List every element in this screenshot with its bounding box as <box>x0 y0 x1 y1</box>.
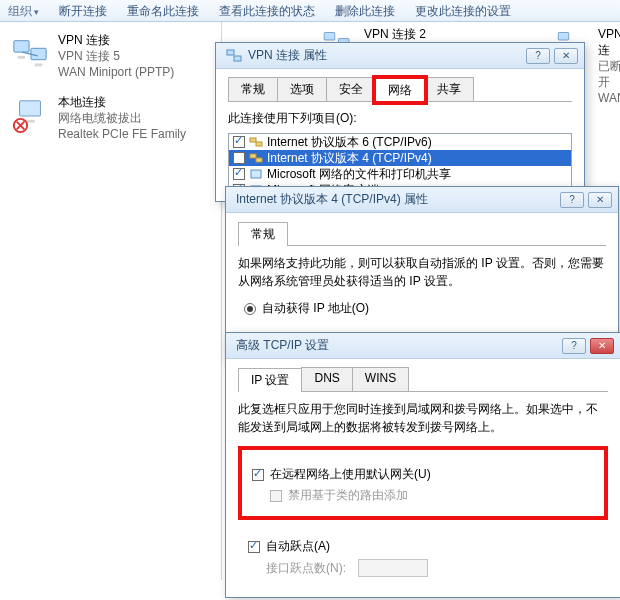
checkbox-icon[interactable] <box>248 541 260 553</box>
list-item[interactable]: Internet 协议版本 6 (TCP/IPv6) <box>229 134 571 150</box>
toolbar-item[interactable]: 重命名此连接 <box>127 3 199 18</box>
svg-rect-1 <box>18 56 26 59</box>
toolbar-item[interactable]: 查看此连接的状态 <box>219 3 315 18</box>
checkbox-icon[interactable] <box>252 469 264 481</box>
checkbox-disable-class-route: 禁用基于类的路由添加 <box>270 487 594 504</box>
svg-rect-2 <box>31 48 46 59</box>
checkbox-icon <box>270 490 282 502</box>
help-button[interactable]: ? <box>562 338 586 354</box>
connection-sub: Realtek PCIe FE Family <box>58 126 211 142</box>
tab-general[interactable]: 常规 <box>228 77 278 101</box>
protocol-icon <box>249 136 263 148</box>
vpn-icon <box>226 48 242 64</box>
toolbar-item[interactable]: 删除此连接 <box>335 3 395 18</box>
tab-general[interactable]: 常规 <box>238 222 288 246</box>
protocol-icon <box>249 168 263 180</box>
svg-rect-3 <box>35 64 43 67</box>
connection-sub: VPN 连接 5 <box>58 48 211 64</box>
svg-rect-13 <box>256 142 262 146</box>
list-item[interactable]: Microsoft 网络的文件和打印机共享 <box>229 166 571 182</box>
toolbar-item[interactable]: 组织▾ <box>8 3 39 18</box>
connections-panel: VPN 连接 VPN 连接 5 WAN Miniport (PPTP) 本地连接… <box>0 22 222 580</box>
dialog-title: VPN 连接 属性 <box>248 47 526 64</box>
connection-sub: WAN Miniport (PPTP) <box>58 64 211 80</box>
help-button[interactable]: ? <box>560 192 584 208</box>
tab-security[interactable]: 安全 <box>326 77 376 101</box>
connection-sub: 网络电缆被拔出 <box>58 110 211 126</box>
connection-title: VPN 连接 <box>58 32 211 48</box>
tabs: 常规 <box>238 221 606 246</box>
section-label: 此连接使用下列项目(O): <box>228 110 572 127</box>
dialog-titlebar[interactable]: VPN 连接 属性 ? ✕ <box>216 43 584 69</box>
chevron-down-icon: ▾ <box>34 7 39 17</box>
tab-wins[interactable]: WINS <box>352 367 409 391</box>
dialog-vpn-properties: VPN 连接 属性 ? ✕ 常规 选项 安全 网络 共享 此连接使用下列项目(O… <box>215 42 585 202</box>
checkbox-auto-metric[interactable]: 自动跃点(A) <box>248 538 598 555</box>
toolbar-item[interactable]: 更改此连接的设置 <box>415 3 511 18</box>
tab-ip-settings[interactable]: IP 设置 <box>238 368 302 392</box>
connection-text: VPN 连接 VPN 连接 5 WAN Miniport (PPTP) <box>58 32 211 80</box>
svg-rect-15 <box>256 158 262 162</box>
tabs: IP 设置 DNS WINS <box>238 367 608 392</box>
svg-rect-9 <box>558 33 569 41</box>
dialog-titlebar[interactable]: 高级 TCP/IP 设置 ? ✕ <box>226 333 620 359</box>
dialog-title: Internet 协议版本 4 (TCP/IPv4) 属性 <box>236 191 560 208</box>
toolbar-item[interactable]: 断开连接 <box>59 3 107 18</box>
close-button[interactable]: ✕ <box>590 338 614 354</box>
help-button[interactable]: ? <box>526 48 550 64</box>
tabs: 常规 选项 安全 网络 共享 <box>228 77 572 102</box>
group-metric: 自动跃点(A) 接口跃点数(N): <box>238 530 608 589</box>
svg-rect-4 <box>20 101 41 116</box>
vpn-icon <box>10 32 50 76</box>
connection-title: 本地连接 <box>58 94 211 110</box>
metric-label: 接口跃点数(N): <box>266 560 346 577</box>
checkbox-use-default-gateway[interactable]: 在远程网络上使用默认网关(U) <box>252 466 594 483</box>
svg-rect-16 <box>251 170 261 178</box>
svg-rect-14 <box>250 154 256 158</box>
dialog-body: 常规 如果网络支持此功能，则可以获取自动指派的 IP 设置。否则，您需要从网络系… <box>226 213 618 335</box>
radio-icon[interactable] <box>244 303 256 315</box>
group-default-gateway: 在远程网络上使用默认网关(U) 禁用基于类的路由添加 <box>238 446 608 520</box>
tab-dns[interactable]: DNS <box>301 367 352 391</box>
tab-options[interactable]: 选项 <box>277 77 327 101</box>
toolbar: 组织▾ 断开连接 重命名此连接 查看此连接的状态 删除此连接 更改此连接的设置 <box>0 0 620 22</box>
svg-rect-12 <box>250 138 256 142</box>
dialog-body: 常规 选项 安全 网络 共享 此连接使用下列项目(O): Internet 协议… <box>216 69 584 205</box>
metric-row: 接口跃点数(N): <box>266 559 598 577</box>
svg-rect-0 <box>14 41 29 52</box>
close-button[interactable]: ✕ <box>554 48 578 64</box>
tab-sharing[interactable]: 共享 <box>424 77 474 101</box>
dialog-advanced-tcpip: 高级 TCP/IP 设置 ? ✕ IP 设置 DNS WINS 此复选框只应用于… <box>225 332 620 598</box>
checkbox-icon[interactable] <box>233 152 245 164</box>
svg-rect-10 <box>227 50 234 55</box>
svg-rect-7 <box>324 33 335 41</box>
local-conn-icon <box>10 94 50 138</box>
checkbox-icon[interactable] <box>233 168 245 180</box>
checkbox-icon[interactable] <box>233 136 245 148</box>
svg-rect-11 <box>234 56 241 61</box>
description-text: 如果网络支持此功能，则可以获取自动指派的 IP 设置。否则，您需要从网络系统管理… <box>238 254 606 290</box>
dialog-title: 高级 TCP/IP 设置 <box>236 337 562 354</box>
connection-item-vpn[interactable]: VPN 连接 VPN 连接 5 WAN Miniport (PPTP) <box>4 28 217 90</box>
radio-auto-ip[interactable]: 自动获得 IP 地址(O) <box>244 300 606 317</box>
close-button[interactable]: ✕ <box>588 192 612 208</box>
list-item[interactable]: Internet 协议版本 4 (TCP/IPv4) <box>229 150 571 166</box>
tab-networking[interactable]: 网络 <box>375 78 425 102</box>
dialog-body: IP 设置 DNS WINS 此复选框只应用于您同时连接到局域网和拨号网络上。如… <box>226 359 620 597</box>
description-text: 此复选框只应用于您同时连接到局域网和拨号网络上。如果选中，不能发送到局域网上的数… <box>238 400 608 436</box>
metric-input <box>358 559 428 577</box>
dialog-titlebar[interactable]: Internet 协议版本 4 (TCP/IPv4) 属性 ? ✕ <box>226 187 618 213</box>
protocol-icon <box>249 152 263 164</box>
connection-text: 本地连接 网络电缆被拔出 Realtek PCIe FE Family <box>58 94 211 142</box>
connection-item-local[interactable]: 本地连接 网络电缆被拔出 Realtek PCIe FE Family <box>4 90 217 152</box>
